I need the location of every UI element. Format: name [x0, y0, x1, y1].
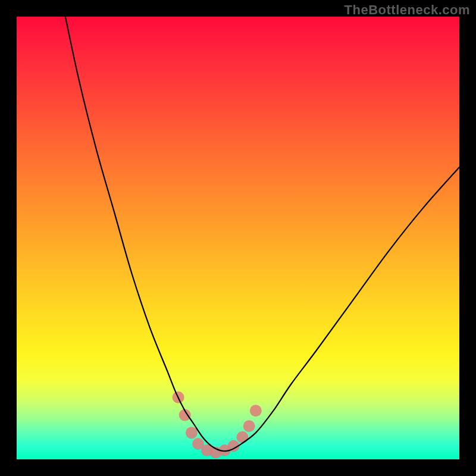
highlight-dot — [250, 405, 262, 416]
watermark-text: TheBottleneck.com — [345, 2, 470, 18]
chart-frame: TheBottleneck.com — [0, 0, 476, 476]
marker-dots-group — [173, 392, 262, 459]
highlight-dot — [186, 427, 198, 439]
bottleneck-curve-line — [65, 17, 459, 451]
plot-area — [17, 17, 459, 459]
highlight-dot — [243, 420, 255, 432]
curve-layer — [17, 17, 459, 459]
highlight-dot — [236, 431, 248, 443]
